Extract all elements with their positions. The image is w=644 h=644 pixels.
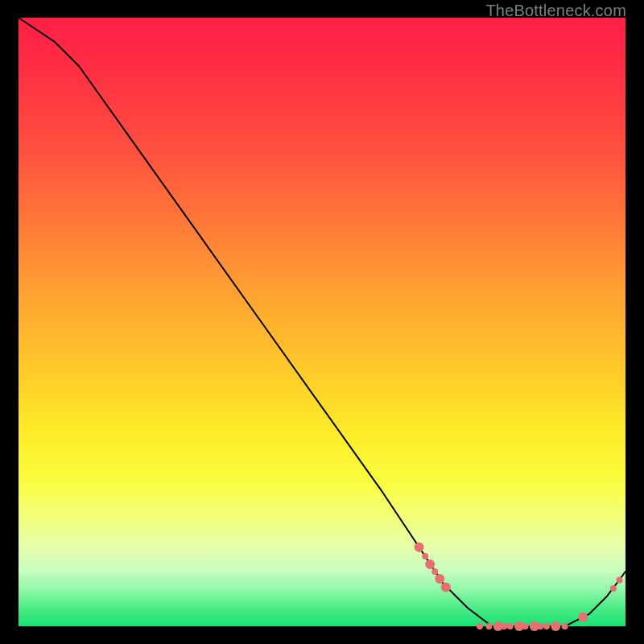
marker-point (501, 623, 507, 630)
marker-point (485, 623, 492, 630)
marker-point (522, 623, 529, 630)
marker-point (435, 574, 444, 584)
marker-point (537, 623, 543, 630)
marker-point (610, 585, 617, 592)
marker-point (422, 553, 428, 559)
marker-point (415, 543, 424, 552)
marker-point (551, 621, 560, 631)
curve-line (19, 18, 625, 626)
marker-point (431, 568, 438, 575)
watermark-text: TheBottleneck.com (485, 2, 626, 20)
marker-point (617, 577, 623, 584)
marker-point (543, 623, 550, 630)
marker-point (477, 623, 483, 630)
marker-point (507, 623, 514, 630)
marker-point (441, 583, 451, 592)
curve-markers (415, 543, 623, 631)
chart-stage: TheBottleneck.com (0, 0, 644, 644)
marker-point (425, 559, 435, 569)
marker-point (562, 623, 568, 630)
chart-overlay (19, 18, 625, 626)
marker-point (578, 613, 588, 622)
